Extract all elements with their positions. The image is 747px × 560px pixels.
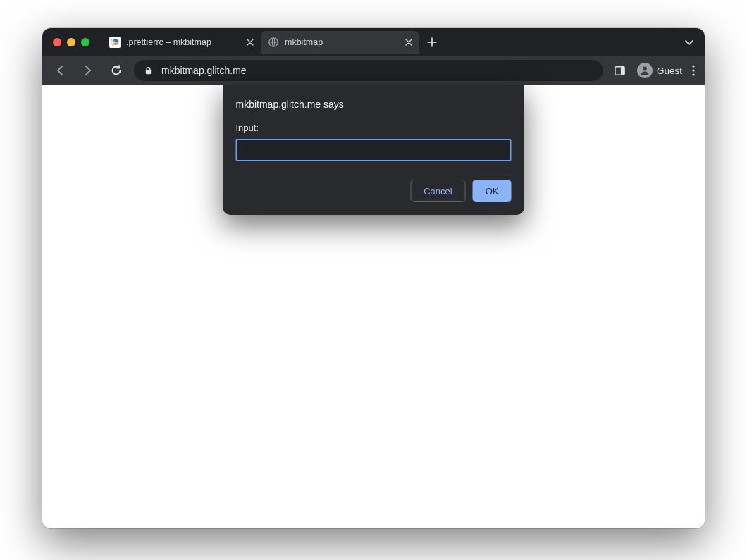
toolbar-right: Guest <box>610 61 698 80</box>
svg-point-4 <box>643 67 647 71</box>
side-panel-button[interactable] <box>610 61 630 80</box>
tab-mkbitmap[interactable]: mkbitmap <box>261 31 419 54</box>
dialog-input[interactable] <box>236 139 512 161</box>
toolbar: mkbitmap.glitch.me Guest <box>42 56 705 85</box>
profile-label: Guest <box>657 66 682 76</box>
avatar-icon <box>637 63 653 78</box>
window-close-button[interactable] <box>53 38 61 46</box>
menu-button[interactable] <box>689 65 698 76</box>
tab-strip: 🎏 .prettierrc – mkbitmap mkbitmap <box>42 28 705 56</box>
address-bar-url: mkbitmap.glitch.me <box>161 65 247 76</box>
browser-window: 🎏 .prettierrc – mkbitmap mkbitmap <box>42 28 705 528</box>
cancel-button[interactable]: Cancel <box>410 180 465 202</box>
window-maximize-button[interactable] <box>81 38 89 46</box>
svg-point-5 <box>692 65 694 67</box>
globe-favicon-icon <box>268 37 279 48</box>
dialog-title: mkbitmap.glitch.me says <box>236 99 512 110</box>
ok-button[interactable]: OK <box>473 180 512 202</box>
profile-button[interactable]: Guest <box>637 63 682 78</box>
tab-label: .prettierrc – mkbitmap <box>126 37 211 47</box>
forward-button[interactable] <box>78 60 99 81</box>
back-button[interactable] <box>49 60 70 81</box>
tab-close-button[interactable] <box>247 39 254 46</box>
lock-icon <box>144 66 153 75</box>
window-controls <box>53 38 89 46</box>
svg-point-7 <box>692 73 694 75</box>
page-content: mkbitmap.glitch.me says Input: Cancel OK <box>42 85 705 528</box>
address-bar[interactable]: mkbitmap.glitch.me <box>134 60 603 81</box>
tab-overflow-button[interactable] <box>679 32 699 52</box>
dialog-actions: Cancel OK <box>236 180 512 202</box>
window-minimize-button[interactable] <box>67 38 75 46</box>
svg-point-6 <box>692 69 694 71</box>
js-prompt-dialog: mkbitmap.glitch.me says Input: Cancel OK <box>223 85 524 215</box>
svg-rect-3 <box>621 66 624 74</box>
tab-prettierrc[interactable]: 🎏 .prettierrc – mkbitmap <box>102 31 261 54</box>
svg-rect-1 <box>146 70 151 74</box>
glitch-favicon-icon: 🎏 <box>109 37 121 48</box>
tab-label: mkbitmap <box>285 37 323 47</box>
tab-close-button[interactable] <box>405 39 412 46</box>
dialog-label: Input: <box>236 123 512 133</box>
reload-button[interactable] <box>106 60 127 81</box>
new-tab-button[interactable] <box>422 32 442 52</box>
